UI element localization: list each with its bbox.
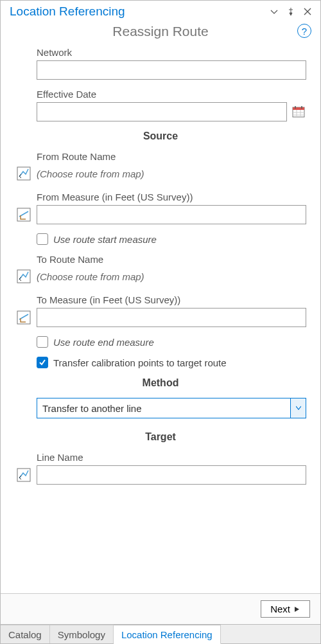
from-route-name-label: From Route Name: [15, 151, 306, 162]
titlebar: Location Referencing: [1, 1, 320, 21]
network-input[interactable]: [37, 60, 306, 80]
to-measure-label: To Measure (in Feet (US Survey)): [15, 294, 306, 305]
subtitle-row: Reassign Route ?: [1, 21, 320, 44]
next-button[interactable]: Next: [261, 600, 310, 618]
pick-from-measure-icon[interactable]: [15, 206, 33, 224]
pick-line-icon[interactable]: [15, 466, 33, 484]
footer: Next: [1, 593, 320, 624]
method-select[interactable]: Transfer to another line: [37, 398, 291, 418]
use-start-measure-label: Use route start measure: [53, 234, 157, 245]
transfer-calibration-checkbox[interactable]: [37, 357, 48, 368]
help-icon[interactable]: ?: [297, 24, 311, 38]
method-heading: Method: [15, 377, 306, 389]
use-end-measure-label: Use route end measure: [53, 337, 154, 348]
transfer-calibration-label: Transfer calibration points to target ro…: [53, 357, 227, 368]
pick-route-from-icon[interactable]: [15, 165, 33, 183]
to-measure-input[interactable]: [37, 308, 306, 327]
from-measure-input[interactable]: [37, 205, 306, 224]
from-measure-label: From Measure (in Feet (US Survey)): [15, 192, 306, 202]
line-name-input[interactable]: [37, 465, 306, 485]
use-start-measure-checkbox[interactable]: [37, 233, 48, 245]
use-end-measure-checkbox[interactable]: [37, 336, 48, 348]
effective-date-input[interactable]: [37, 102, 287, 121]
pick-to-measure-icon[interactable]: [15, 309, 33, 326]
arrow-right-icon: [294, 604, 300, 614]
method-selected-text: Transfer to another line: [42, 403, 142, 414]
location-referencing-pane: Location Referencing Reassign Route ? Ne…: [0, 0, 321, 644]
target-heading: Target: [15, 431, 306, 443]
calendar-icon[interactable]: [292, 105, 306, 119]
from-route-hint: (Choose route from map): [37, 168, 144, 179]
collapse-icon[interactable]: [268, 5, 281, 18]
network-label: Network: [15, 47, 306, 58]
next-button-label: Next: [270, 604, 290, 614]
pane-title: Location Referencing: [10, 4, 125, 19]
close-icon[interactable]: [301, 5, 314, 18]
transfer-calibration-row: Transfer calibration points to target ro…: [15, 357, 306, 368]
line-name-label: Line Name: [15, 452, 306, 463]
use-end-measure-row: Use route end measure: [15, 336, 306, 348]
tab-symbology[interactable]: Symbology: [50, 625, 114, 643]
tabstrip: Catalog Symbology Location Referencing: [1, 624, 320, 643]
svg-rect-1: [293, 107, 304, 110]
use-start-measure-row: Use route start measure: [15, 233, 306, 245]
source-heading: Source: [15, 130, 306, 142]
content: Network Effective Date: [1, 44, 320, 593]
pin-icon[interactable]: [284, 5, 297, 18]
tab-catalog[interactable]: Catalog: [1, 625, 50, 643]
method-dropdown-button[interactable]: [291, 398, 306, 418]
to-route-name-label: To Route Name: [15, 254, 306, 265]
effective-date-label: Effective Date: [15, 89, 306, 100]
tab-location-referencing[interactable]: Location Referencing: [114, 625, 221, 644]
page-subtitle: Reassign Route: [112, 24, 208, 39]
pick-route-to-icon[interactable]: [15, 267, 33, 285]
to-route-hint: (Choose route from map): [37, 271, 144, 282]
